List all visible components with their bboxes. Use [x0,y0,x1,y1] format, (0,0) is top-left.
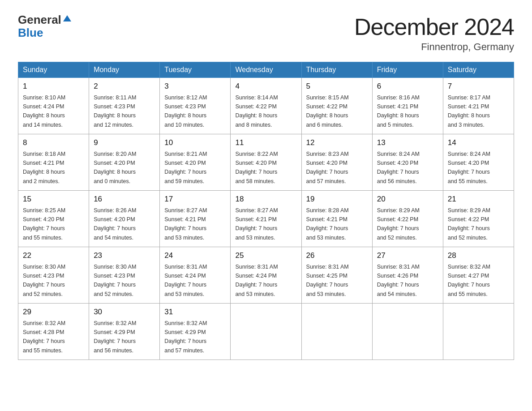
day-number: 26 [306,250,368,261]
day-info: Sunrise: 8:29 AMSunset: 4:22 PMDaylight:… [448,207,490,241]
week-row: 29Sunrise: 8:32 AMSunset: 4:28 PMDayligh… [18,304,514,360]
day-info: Sunrise: 8:25 AMSunset: 4:20 PMDaylight:… [23,207,65,241]
day-number: 27 [377,250,438,261]
table-row: 20Sunrise: 8:29 AMSunset: 4:22 PMDayligh… [372,191,443,247]
day-number: 3 [164,81,226,92]
table-row: 18Sunrise: 8:27 AMSunset: 4:21 PMDayligh… [231,191,301,247]
day-number: 7 [448,81,509,92]
table-row: 10Sunrise: 8:21 AMSunset: 4:20 PMDayligh… [160,134,231,191]
table-row [372,304,443,360]
table-row: 15Sunrise: 8:25 AMSunset: 4:20 PMDayligh… [18,191,89,247]
day-info: Sunrise: 8:32 AMSunset: 4:27 PMDaylight:… [448,264,490,297]
day-info: Sunrise: 8:30 AMSunset: 4:23 PMDaylight:… [23,264,65,297]
day-info: Sunrise: 8:31 AMSunset: 4:26 PMDaylight:… [377,264,420,297]
table-row: 14Sunrise: 8:24 AMSunset: 4:20 PMDayligh… [443,134,514,191]
logo-triangle-icon [62,13,72,23]
table-row: 17Sunrise: 8:27 AMSunset: 4:21 PMDayligh… [160,191,231,247]
day-number: 1 [23,81,84,92]
day-info: Sunrise: 8:28 AMSunset: 4:21 PMDaylight:… [306,207,349,241]
day-number: 21 [448,193,509,205]
table-row: 30Sunrise: 8:32 AMSunset: 4:29 PMDayligh… [89,304,160,360]
table-row: 29Sunrise: 8:32 AMSunset: 4:28 PMDayligh… [18,304,89,360]
day-info: Sunrise: 8:24 AMSunset: 4:20 PMDaylight:… [377,151,420,184]
header-tuesday: Tuesday [160,62,231,78]
day-info: Sunrise: 8:27 AMSunset: 4:21 PMDaylight:… [164,207,207,241]
svg-marker-0 [63,15,71,21]
weekday-header-row: Sunday Monday Tuesday Wednesday Thursday… [18,62,514,78]
table-row: 11Sunrise: 8:22 AMSunset: 4:20 PMDayligh… [231,134,301,191]
day-number: 14 [448,137,509,149]
calendar-table: Sunday Monday Tuesday Wednesday Thursday… [18,62,514,360]
week-row: 8Sunrise: 8:18 AMSunset: 4:21 PMDaylight… [18,134,514,191]
table-row: 21Sunrise: 8:29 AMSunset: 4:22 PMDayligh… [443,191,514,247]
day-info: Sunrise: 8:29 AMSunset: 4:22 PMDaylight:… [377,207,420,241]
day-info: Sunrise: 8:16 AMSunset: 4:21 PMDaylight:… [377,94,420,128]
day-number: 23 [94,250,155,261]
week-row: 15Sunrise: 8:25 AMSunset: 4:20 PMDayligh… [18,191,514,247]
day-info: Sunrise: 8:20 AMSunset: 4:20 PMDaylight:… [94,151,136,184]
day-number: 17 [164,193,226,205]
day-info: Sunrise: 8:18 AMSunset: 4:21 PMDaylight:… [23,151,65,184]
table-row: 5Sunrise: 8:15 AMSunset: 4:22 PMDaylight… [301,78,372,134]
day-info: Sunrise: 8:26 AMSunset: 4:20 PMDaylight:… [94,207,136,241]
day-number: 16 [94,193,155,205]
table-row: 9Sunrise: 8:20 AMSunset: 4:20 PMDaylight… [89,134,160,191]
table-row: 28Sunrise: 8:32 AMSunset: 4:27 PMDayligh… [443,247,514,304]
page-header: General Blue December 2024 Finnentrop, G… [18,13,514,53]
month-title: December 2024 [354,13,514,40]
day-number: 6 [377,81,438,92]
day-info: Sunrise: 8:14 AMSunset: 4:22 PMDaylight:… [235,94,278,128]
day-number: 31 [164,306,226,318]
day-number: 13 [377,137,438,149]
day-info: Sunrise: 8:32 AMSunset: 4:29 PMDaylight:… [94,320,136,354]
table-row: 7Sunrise: 8:17 AMSunset: 4:21 PMDaylight… [443,78,514,134]
day-info: Sunrise: 8:17 AMSunset: 4:21 PMDaylight:… [448,94,490,128]
table-row: 1Sunrise: 8:10 AMSunset: 4:24 PMDaylight… [18,78,89,134]
day-info: Sunrise: 8:22 AMSunset: 4:20 PMDaylight:… [235,151,278,184]
day-info: Sunrise: 8:27 AMSunset: 4:21 PMDaylight:… [235,207,278,241]
header-thursday: Thursday [301,62,372,78]
day-info: Sunrise: 8:11 AMSunset: 4:23 PMDaylight:… [94,94,136,128]
day-number: 9 [94,137,155,149]
day-info: Sunrise: 8:31 AMSunset: 4:24 PMDaylight:… [235,264,278,297]
header-sunday: Sunday [18,62,89,78]
day-info: Sunrise: 8:24 AMSunset: 4:20 PMDaylight:… [448,151,490,184]
day-info: Sunrise: 8:32 AMSunset: 4:28 PMDaylight:… [23,320,65,354]
table-row: 6Sunrise: 8:16 AMSunset: 4:21 PMDaylight… [372,78,443,134]
header-monday: Monday [89,62,160,78]
table-row: 23Sunrise: 8:30 AMSunset: 4:23 PMDayligh… [89,247,160,304]
day-info: Sunrise: 8:21 AMSunset: 4:20 PMDaylight:… [164,151,207,184]
day-number: 19 [306,193,368,205]
table-row: 4Sunrise: 8:14 AMSunset: 4:22 PMDaylight… [231,78,301,134]
table-row: 12Sunrise: 8:23 AMSunset: 4:20 PMDayligh… [301,134,372,191]
location-title: Finnentrop, Germany [354,41,514,53]
day-number: 12 [306,137,368,149]
logo-text-general: General [18,13,61,26]
table-row: 22Sunrise: 8:30 AMSunset: 4:23 PMDayligh… [18,247,89,304]
logo: General Blue [18,13,72,39]
header-friday: Friday [372,62,443,78]
day-number: 2 [94,81,155,92]
table-row [301,304,372,360]
day-number: 28 [448,250,509,261]
day-number: 4 [235,81,296,92]
week-row: 22Sunrise: 8:30 AMSunset: 4:23 PMDayligh… [18,247,514,304]
day-number: 11 [235,137,296,149]
day-number: 18 [235,193,296,205]
day-number: 24 [164,250,226,261]
table-row: 19Sunrise: 8:28 AMSunset: 4:21 PMDayligh… [301,191,372,247]
table-row: 16Sunrise: 8:26 AMSunset: 4:20 PMDayligh… [89,191,160,247]
day-info: Sunrise: 8:31 AMSunset: 4:25 PMDaylight:… [306,264,349,297]
day-number: 8 [23,137,84,149]
header-wednesday: Wednesday [231,62,301,78]
day-number: 20 [377,193,438,205]
day-number: 5 [306,81,368,92]
table-row: 8Sunrise: 8:18 AMSunset: 4:21 PMDaylight… [18,134,89,191]
day-info: Sunrise: 8:31 AMSunset: 4:24 PMDaylight:… [164,264,207,297]
day-info: Sunrise: 8:12 AMSunset: 4:23 PMDaylight:… [164,94,207,128]
title-area: December 2024 Finnentrop, Germany [354,13,514,53]
day-number: 22 [23,250,84,261]
table-row: 27Sunrise: 8:31 AMSunset: 4:26 PMDayligh… [372,247,443,304]
table-row: 26Sunrise: 8:31 AMSunset: 4:25 PMDayligh… [301,247,372,304]
table-row [231,304,301,360]
